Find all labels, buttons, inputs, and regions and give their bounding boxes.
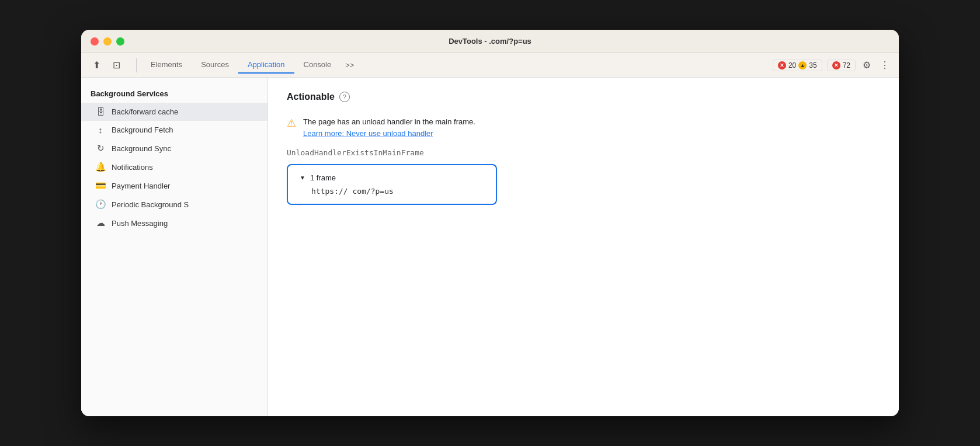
sidebar-item-background-sync[interactable]: ↻ Background Sync — [81, 139, 267, 158]
toolbar-right: ✕ 20 ▲ 35 ✕ 72 ⚙ ⋮ — [773, 57, 892, 73]
tab-console[interactable]: Console — [294, 57, 341, 74]
tab-application[interactable]: Application — [238, 57, 294, 74]
badge-separate[interactable]: ✕ 72 — [827, 60, 856, 71]
sidebar-item-label-background-fetch: Background Fetch — [112, 126, 173, 134]
sidebar-item-periodic-background[interactable]: 🕐 Periodic Background S — [81, 195, 267, 214]
content-area: Actionable ? ⚠ The page has an unload ha… — [268, 78, 899, 416]
devtools-window: DevTools - .com/?p=us ⬆ ⊡ Elements Sourc… — [81, 30, 899, 416]
badge-icon: ✕ — [832, 61, 840, 69]
more-options-icon[interactable]: ⋮ — [878, 57, 892, 73]
warning-triangle-icon: ⚠ — [287, 117, 296, 130]
toolbar-divider — [136, 58, 137, 72]
push-messaging-icon: ☁ — [95, 218, 106, 228]
actionable-header: Actionable ? — [287, 92, 880, 102]
warning-row: ⚠ The page has an unload handler in the … — [287, 116, 880, 139]
sidebar-item-background-fetch[interactable]: ↕ Background Fetch — [81, 121, 267, 139]
tabs: Elements Sources Application Console >> — [141, 57, 773, 74]
triangle-icon: ▼ — [300, 175, 305, 181]
sidebar-item-back-forward-cache[interactable]: 🗄 Back/forward cache — [81, 103, 267, 121]
frame-count: 1 frame — [310, 173, 336, 182]
sidebar-item-label-payment-handler: Payment Handler — [112, 182, 170, 190]
warning-icon: ▲ — [798, 61, 807, 69]
error-count: 20 — [788, 61, 796, 69]
titlebar: DevTools - .com/?p=us — [81, 30, 899, 53]
sidebar-item-payment-handler[interactable]: 💳 Payment Handler — [81, 176, 267, 195]
sidebar-item-label-push-messaging: Push Messaging — [112, 219, 168, 228]
sidebar-item-label-notifications: Notifications — [112, 163, 153, 172]
traffic-lights — [91, 37, 124, 46]
actionable-title: Actionable — [287, 92, 335, 102]
warning-count: 35 — [809, 61, 816, 69]
warning-text: The page has an unload handler in the ma… — [303, 116, 475, 139]
error-icon: ✕ — [778, 61, 786, 69]
handler-id: UnloadHandlerExistsInMainFrame — [287, 148, 880, 157]
close-button[interactable] — [91, 37, 99, 46]
frame-box: ▼ 1 frame https:// com/?p=us — [287, 164, 497, 205]
frame-url: https:// com/?p=us — [300, 187, 484, 196]
sidebar-item-notifications[interactable]: 🔔 Notifications — [81, 158, 267, 176]
periodic-background-icon: 🕐 — [95, 199, 106, 210]
payment-handler-icon: 💳 — [95, 180, 106, 191]
tab-sources[interactable]: Sources — [192, 57, 238, 74]
toolbar-icons: ⬆ ⊡ — [88, 57, 124, 74]
settings-icon[interactable]: ⚙ — [860, 57, 873, 73]
more-tabs-button[interactable]: >> — [340, 57, 359, 73]
sidebar-section-header: Background Services — [81, 87, 267, 103]
main-content: Background Services 🗄 Back/forward cache… — [81, 78, 899, 416]
warning-link[interactable]: Learn more: Never use unload handler — [303, 129, 433, 138]
sidebar-item-label-periodic-background: Periodic Background S — [112, 200, 189, 209]
notifications-icon: 🔔 — [95, 162, 106, 172]
frame-header: ▼ 1 frame — [300, 173, 484, 182]
minimize-button[interactable] — [103, 37, 112, 46]
sidebar-item-push-messaging[interactable]: ☁ Push Messaging — [81, 214, 267, 232]
background-fetch-icon: ↕ — [95, 125, 106, 135]
sidebar-item-label-background-sync: Background Sync — [112, 144, 171, 153]
cursor-icon[interactable]: ⬆ — [88, 57, 105, 74]
toolbar: ⬆ ⊡ Elements Sources Application Console… — [81, 53, 899, 78]
badge-count: 72 — [843, 61, 850, 69]
inspect-icon[interactable]: ⊡ — [108, 57, 124, 74]
background-sync-icon: ↻ — [95, 143, 106, 154]
window-title: DevTools - .com/?p=us — [449, 37, 531, 46]
back-forward-cache-icon: 🗄 — [95, 107, 106, 117]
tab-elements[interactable]: Elements — [141, 57, 192, 74]
warning-message: The page has an unload handler in the ma… — [303, 117, 475, 126]
help-icon[interactable]: ? — [339, 92, 350, 102]
error-warning-badge[interactable]: ✕ 20 ▲ 35 — [773, 60, 822, 71]
sidebar-item-label-back-forward: Back/forward cache — [112, 107, 178, 116]
sidebar: Background Services 🗄 Back/forward cache… — [81, 78, 268, 416]
maximize-button[interactable] — [116, 37, 124, 46]
